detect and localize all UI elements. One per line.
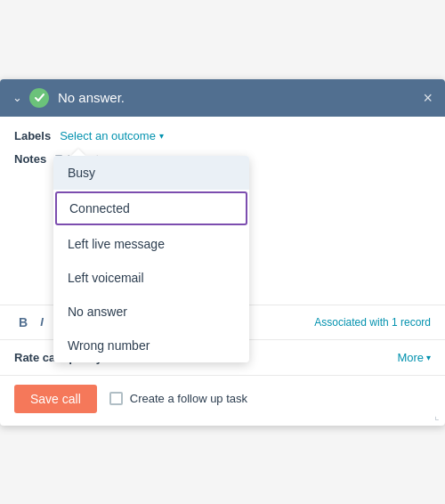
header-title: No answer.	[58, 90, 423, 105]
notes-label: Notes	[14, 152, 46, 166]
rate-more-button[interactable]: More ▾	[397, 351, 431, 364]
chevron-down-icon: ▾	[159, 131, 164, 141]
followup-label: Create a follow up task	[130, 392, 247, 405]
labels-label: Labels	[14, 129, 51, 142]
associated-record-link[interactable]: Associated with 1 record	[314, 316, 431, 329]
dropdown-item-left-live-message[interactable]: Left live message	[53, 227, 249, 261]
dropdown-item-connected[interactable]: Connected	[55, 191, 247, 225]
outcome-dropdown: Busy Connected Left live message Left vo…	[53, 149, 249, 362]
dropdown-item-busy[interactable]: Busy	[53, 156, 249, 190]
followup-checkbox[interactable]	[109, 392, 123, 405]
status-check-icon	[29, 88, 49, 108]
labels-row: Labels Select an outcome ▾	[14, 129, 431, 142]
footer: Save call Create a follow up task	[0, 375, 445, 426]
dropdown-item-wrong-number[interactable]: Wrong number	[53, 329, 249, 362]
header-chevron-icon[interactable]: ⌄	[12, 91, 22, 104]
dropdown-item-no-answer[interactable]: No answer	[53, 295, 249, 329]
followup-row: Create a follow up task	[109, 392, 247, 405]
header: ⌄ No answer. ×	[0, 79, 445, 117]
body: Labels Select an outcome ▾ Busy Connecte…	[0, 117, 445, 305]
rate-more-chevron-icon: ▾	[426, 353, 431, 362]
italic-button[interactable]: I	[36, 313, 48, 331]
call-widget: ⌄ No answer. × Labels Select an outcome …	[0, 79, 445, 426]
dropdown-item-left-voicemail[interactable]: Left voicemail	[53, 261, 249, 295]
bold-button[interactable]: B	[14, 313, 32, 332]
resize-handle[interactable]: ⌞	[434, 410, 440, 422]
select-outcome-button[interactable]: Select an outcome ▾	[60, 129, 164, 142]
dropdown-menu: Busy Connected Left live message Left vo…	[53, 156, 249, 362]
save-call-button[interactable]: Save call	[14, 385, 97, 413]
dropdown-arrow	[71, 149, 85, 156]
close-icon[interactable]: ×	[423, 90, 433, 106]
